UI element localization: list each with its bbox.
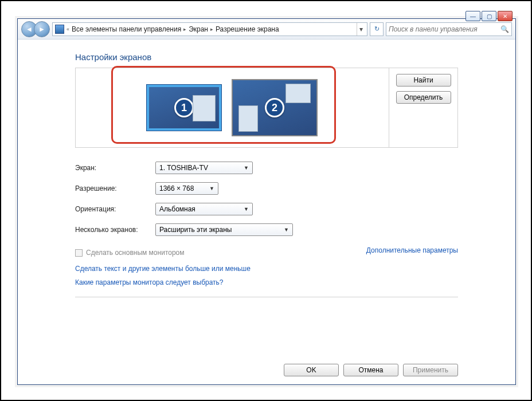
chevron-down-icon: ▼ bbox=[244, 165, 249, 171]
window-controls: — ▢ ✕ bbox=[466, 11, 513, 21]
screen-label: Экран: bbox=[75, 164, 155, 172]
monitor-1-number: 1 bbox=[174, 98, 194, 117]
ok-button[interactable]: OK bbox=[284, 364, 339, 376]
search-icon: 🔍 bbox=[500, 25, 509, 33]
orientation-label: Ориентация: bbox=[75, 205, 155, 213]
text-size-link[interactable]: Сделать текст и другие элементы больше и… bbox=[75, 265, 458, 273]
monitor-preview[interactable]: 1 2 bbox=[76, 68, 389, 147]
minimize-button[interactable]: — bbox=[466, 11, 480, 21]
chevron-down-icon: ▼ bbox=[244, 206, 249, 212]
which-params-link[interactable]: Какие параметры монитора следует выбрать… bbox=[75, 278, 458, 286]
dialog-buttons: OK Отмена Применить bbox=[18, 356, 515, 384]
breadcrumb-item-all[interactable]: Все элементы панели управления bbox=[72, 25, 181, 33]
chevron-down-icon: ▼ bbox=[209, 186, 214, 191]
monitor-2-number: 2 bbox=[265, 98, 284, 117]
multi-screens-dropdown[interactable]: Расширить эти экраны ▼ bbox=[155, 223, 293, 236]
refresh-button[interactable]: ↻ bbox=[370, 22, 384, 36]
monitor-1[interactable]: 1 bbox=[147, 85, 221, 131]
breadcrumb-item-screen[interactable]: Экран bbox=[189, 25, 208, 33]
search-input[interactable] bbox=[389, 25, 498, 33]
make-primary-row: Сделать основным монитором bbox=[75, 249, 185, 257]
monitor-preview-panel: 1 2 Найти Определить bbox=[75, 68, 458, 148]
orientation-dropdown[interactable]: Альбомная ▼ bbox=[155, 203, 253, 215]
search-box[interactable]: 🔍 bbox=[386, 22, 512, 36]
maximize-button[interactable]: ▢ bbox=[482, 11, 496, 21]
resolution-label: Разрешение: bbox=[75, 184, 155, 192]
display-settings: Экран: 1. TOSHIBA-TV ▼ Разрешение: 1366 … bbox=[75, 162, 458, 236]
monitor-2[interactable]: 2 bbox=[232, 79, 318, 136]
orientation-value: Альбомная bbox=[159, 205, 195, 213]
breadcrumb-prefix: « bbox=[65, 26, 71, 32]
content-area: Настройки экранов 1 2 Найти bbox=[18, 40, 515, 356]
forward-button[interactable]: ► bbox=[34, 21, 50, 37]
chevron-right-icon: ▸ bbox=[209, 26, 214, 32]
resolution-dropdown[interactable]: 1366 × 768 ▼ bbox=[155, 182, 218, 195]
control-panel-window: ◄ ► « Все элементы панели управления ▸ Э… bbox=[17, 18, 516, 385]
multi-screens-label: Несколько экранов: bbox=[75, 226, 155, 234]
preview-side-buttons: Найти Определить bbox=[389, 68, 457, 147]
chevron-right-icon: ▸ bbox=[182, 26, 187, 32]
find-button[interactable]: Найти bbox=[396, 74, 451, 87]
close-button[interactable]: ✕ bbox=[498, 11, 513, 21]
make-primary-checkbox[interactable] bbox=[75, 249, 83, 257]
breadcrumb-dropdown[interactable]: ▾ bbox=[357, 23, 365, 36]
advanced-settings-link[interactable]: Дополнительные параметры bbox=[366, 246, 458, 254]
apply-button[interactable]: Применить bbox=[403, 364, 458, 376]
resolution-value: 1366 × 768 bbox=[159, 184, 194, 192]
breadcrumb-item-resolution[interactable]: Разрешение экрана bbox=[216, 25, 279, 33]
cancel-button[interactable]: Отмена bbox=[343, 364, 398, 376]
address-bar-row: ◄ ► « Все элементы панели управления ▸ Э… bbox=[18, 19, 515, 40]
control-panel-icon bbox=[55, 25, 64, 34]
detect-button[interactable]: Определить bbox=[396, 91, 451, 104]
page-title: Настройки экранов bbox=[75, 52, 458, 62]
help-links: Сделать текст и другие элементы больше и… bbox=[75, 265, 458, 297]
make-primary-label: Сделать основным монитором bbox=[86, 249, 185, 257]
chevron-down-icon: ▼ bbox=[284, 227, 289, 233]
breadcrumb[interactable]: « Все элементы панели управления ▸ Экран… bbox=[52, 22, 367, 36]
nav-buttons: ◄ ► bbox=[21, 21, 50, 37]
screen-dropdown[interactable]: 1. TOSHIBA-TV ▼ bbox=[155, 162, 253, 174]
screen-value: 1. TOSHIBA-TV bbox=[159, 164, 208, 172]
multi-screens-value: Расширить эти экраны bbox=[159, 226, 232, 234]
